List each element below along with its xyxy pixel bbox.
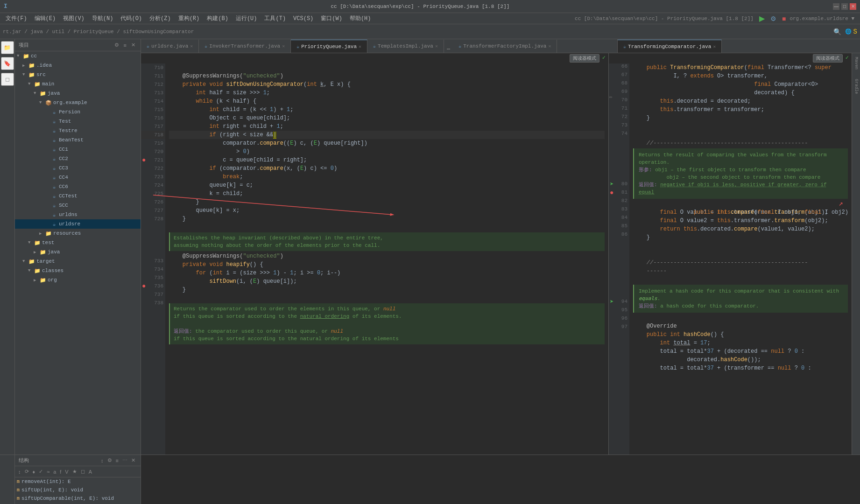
struct-filter-btn[interactable]: ⚙ [106, 457, 113, 464]
tree-item-java[interactable]: ▼📁java [15, 89, 141, 98]
minimize-button[interactable]: — [833, 3, 839, 10]
project-panel-header: 项目 ⚙ ≡ ✕ [15, 39, 141, 51]
struct-removeAt[interactable]: mremoveAt(int): E [15, 477, 141, 486]
tree-item-scc[interactable]: ☕SCC [15, 201, 141, 210]
tab-urldsre[interactable]: ☕ urldsre.java ✕ [141, 40, 199, 53]
menu-help[interactable]: 帮助(H) [346, 14, 375, 23]
tree-item-cc3[interactable]: ☕CC3 [15, 163, 141, 173]
sidebar-project-btn[interactable]: 📁 [1, 41, 14, 54]
tab-close-invokertransformer[interactable]: ✕ [282, 43, 285, 49]
maven-label[interactable]: Maven [854, 55, 859, 71]
tab-close-urldsre[interactable]: ✕ [190, 43, 193, 49]
menu-vcs[interactable]: VCS(S) [289, 14, 317, 23]
tree-item-persion[interactable]: ☕Persion [15, 107, 141, 117]
tree-item-test-folder[interactable]: ▼📁test [15, 238, 141, 247]
struct-sort-btn[interactable]: ↕ [99, 457, 105, 464]
tree-item-cc6[interactable]: ☕CC6 [15, 182, 141, 191]
tree-item-cc4[interactable]: ☕CC4 [15, 173, 141, 182]
tree-item-urldsre[interactable]: ☕urldsre [15, 219, 141, 229]
project-expand-btn[interactable]: ≡ [122, 42, 128, 49]
menu-view[interactable]: 视图(V) [59, 14, 88, 23]
tree-item-resources[interactable]: ▶📁resources [15, 229, 141, 238]
tree-item-test-java[interactable]: ▶📁java [15, 247, 141, 257]
struct-btn-7[interactable]: f [58, 469, 63, 475]
menu-code[interactable]: 代码(O) [117, 14, 146, 23]
struct-btn-2[interactable]: ⟳ [23, 468, 30, 475]
tab-close-templatesimpl[interactable]: ✕ [435, 43, 438, 49]
struct-siftUp[interactable]: msiftUp(int, E): void [15, 486, 141, 494]
tree-item-org[interactable]: ▶📁org [15, 275, 141, 285]
struct-expand-btn[interactable]: ≡ [114, 457, 120, 464]
project-title: 项目 [19, 42, 29, 49]
tree-item-target[interactable]: ▼📁target [15, 257, 141, 266]
reader-mode-btn-right[interactable]: 阅读器模式 [813, 54, 843, 63]
project-close-btn[interactable]: ✕ [130, 42, 137, 49]
tab-invokertransformer[interactable]: ☕ InvokerTransformer.java ✕ [199, 40, 291, 53]
tree-item-cc[interactable]: ▼📁cc [15, 51, 141, 61]
tree-item-classes[interactable]: ▼📁classes [15, 266, 141, 275]
tree-item-main[interactable]: ▼📁main [15, 79, 141, 89]
tree-item-src[interactable]: ▼📁src [15, 70, 141, 79]
tab-transformerfactoryimpl[interactable]: ☕ TransformerFactoryImpl.java ✕ [453, 40, 557, 53]
sidebar-bookmark-btn[interactable]: 🔖 [1, 57, 14, 70]
reader-check-right[interactable]: ✓ [846, 54, 849, 63]
tree-item-test[interactable]: ☕Test [15, 117, 141, 126]
menu-edit[interactable]: 编辑(E) [31, 14, 60, 23]
struct-btn-9[interactable]: ★ [71, 468, 78, 475]
struct-btn-8[interactable]: V [63, 469, 70, 475]
reader-check-left[interactable]: ✓ [602, 54, 606, 63]
tree-item-urldns[interactable]: ☕urldns [15, 210, 141, 219]
tree-item-beantest[interactable]: ☕BeanTest [15, 135, 141, 145]
struct-btn-1[interactable]: ↕ [17, 469, 22, 475]
tab-templatesimpl[interactable]: ☕ TemplatesImpl.java ✕ [367, 40, 444, 53]
tab-priorityqueue[interactable]: ☕ PriorityQueue.java ✕ [291, 40, 367, 53]
menu-navigate[interactable]: 导航(N) [88, 14, 117, 23]
struct-btn-4[interactable]: ✓ [37, 468, 44, 475]
tab-transformingcomparator[interactable]: ☕ TransformingComparator.java ✕ [618, 40, 722, 53]
struct-close-btn[interactable]: ✕ [130, 457, 137, 464]
stop-button[interactable]: ■ [780, 14, 788, 23]
close-button[interactable]: ✕ [850, 3, 856, 10]
structure-list: mremoveAt(int): E msiftUp(int, E): void … [15, 477, 141, 504]
project-settings-btn[interactable]: ⚙ [113, 42, 120, 49]
right-gutter: 66 67 68 69 70 71 72 73 74 [609, 63, 629, 455]
gradle-label[interactable]: Gradle [854, 77, 859, 96]
title-bar: I cc [D:\Data\secquan\exp\cc] - Priority… [0, 0, 860, 13]
tree-item-cctest[interactable]: ☕CCTest [15, 191, 141, 201]
menu-tools[interactable]: 工具(T) [261, 14, 289, 23]
more-tabs-btn[interactable]: ⋯ [444, 46, 453, 53]
struct-btn-3[interactable]: ♦ [31, 469, 37, 475]
right-code-content[interactable]: public TransformingComparator(final Tran… [629, 63, 852, 455]
struct-settings-btn[interactable]: ⋯ [121, 457, 129, 464]
sidebar-structure-btn[interactable]: ◻ [1, 73, 14, 86]
tab-close-priorityqueue[interactable]: ✕ [359, 44, 361, 49]
structure-toolbar: ↕ ⟳ ♦ ✓ ≈ a f V ★ ◻ A [15, 466, 141, 477]
search-button[interactable]: 🔍 [832, 27, 843, 36]
menu-run[interactable]: 运行(U) [232, 14, 261, 23]
menu-analyze[interactable]: 分析(Z) [146, 14, 175, 23]
run-button[interactable]: ▶ [757, 13, 767, 24]
tree-item-testre[interactable]: ☕Testre [15, 126, 141, 135]
left-code-content[interactable]: @SuppressWarnings("unchecked") private v… [165, 63, 608, 455]
maximize-button[interactable]: □ [841, 3, 848, 10]
struct-siftUpComparable[interactable]: msiftUpComparable(int, E): void [15, 494, 141, 503]
menu-window[interactable]: 窗口(W) [317, 14, 346, 23]
menu-refactor[interactable]: 重构(R) [175, 14, 204, 23]
app-icon: I [4, 3, 7, 10]
file-tabs-container: ☕ urldsre.java ✕ ☕ InvokerTransformer.ja… [141, 39, 860, 53]
reader-mode-btn-left[interactable]: 阅读器模式 [570, 54, 599, 63]
tree-item-cc1[interactable]: ☕CC1 [15, 145, 141, 154]
toolbar: rt.jar / java / util / PriorityQueue / s… [0, 24, 860, 39]
struct-btn-5[interactable]: ≈ [45, 469, 51, 475]
tree-item-org-example[interactable]: ▼📦org.example [15, 98, 141, 107]
struct-btn-10[interactable]: ◻ [79, 468, 86, 475]
tab-close-transformerfactoryimpl[interactable]: ✕ [548, 43, 551, 49]
tree-item-cc2[interactable]: ☕CC2 [15, 154, 141, 163]
menu-file[interactable]: 文件(F) [2, 14, 31, 23]
debug-button[interactable]: ⚙ [768, 14, 778, 23]
struct-btn-11[interactable]: A [87, 469, 93, 475]
tree-item-idea[interactable]: ▶📁.idea [15, 61, 141, 70]
tab-close-transformingcomparator[interactable]: ✕ [713, 44, 716, 49]
menu-build[interactable]: 构建(B) [203, 14, 232, 23]
struct-btn-6[interactable]: a [52, 469, 57, 475]
